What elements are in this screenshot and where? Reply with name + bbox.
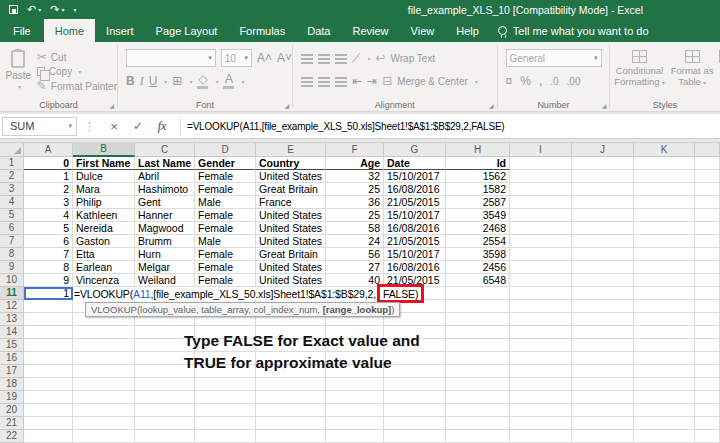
row-header-12[interactable]: 12 bbox=[0, 300, 24, 313]
grid-cell[interactable] bbox=[695, 430, 720, 443]
top-align-button[interactable] bbox=[301, 53, 313, 63]
grid-cell[interactable] bbox=[24, 300, 73, 313]
grid-cell[interactable] bbox=[572, 287, 634, 300]
grid-cell[interactable] bbox=[135, 430, 195, 443]
grid-cell[interactable] bbox=[195, 378, 256, 391]
grid-cell[interactable] bbox=[695, 339, 720, 352]
grid-cell[interactable] bbox=[73, 417, 135, 430]
grid-cell[interactable] bbox=[73, 378, 135, 391]
row-header-2[interactable]: 2 bbox=[0, 170, 24, 183]
grid-cell[interactable] bbox=[695, 365, 720, 378]
grid-cell[interactable] bbox=[510, 326, 572, 339]
grid-cell[interactable] bbox=[195, 417, 256, 430]
cancel-button[interactable]: × bbox=[102, 119, 126, 134]
grid-cell[interactable]: Country bbox=[256, 157, 326, 170]
grid-cell[interactable] bbox=[24, 391, 73, 404]
column-header-J[interactable]: J bbox=[572, 143, 634, 157]
row-header-22[interactable]: 22 bbox=[0, 430, 24, 443]
grid-cell[interactable]: Last Name bbox=[135, 157, 195, 170]
grid-cell[interactable]: 3549 bbox=[446, 209, 510, 222]
grid-cell[interactable] bbox=[572, 404, 634, 417]
increase-indent-button[interactable]: ⇥ bbox=[367, 74, 377, 88]
grid-cell[interactable]: Weiland bbox=[135, 274, 195, 287]
select-all-corner[interactable] bbox=[0, 143, 24, 157]
grid-cell[interactable] bbox=[510, 287, 572, 300]
grid-cell[interactable] bbox=[446, 300, 510, 313]
grid-cell[interactable] bbox=[634, 235, 695, 248]
orientation-button[interactable]: ⟋ bbox=[352, 51, 360, 65]
row-header-14[interactable]: 14 bbox=[0, 326, 24, 339]
increase-decimal-button[interactable]: .0 bbox=[550, 76, 558, 87]
grid-cell[interactable]: 9 bbox=[24, 274, 73, 287]
grid-cell[interactable] bbox=[24, 378, 73, 391]
font-size-select[interactable]: 10▾ bbox=[221, 49, 252, 67]
grid-cell[interactable]: Female bbox=[195, 274, 256, 287]
grid-cell[interactable] bbox=[634, 274, 695, 287]
tab-file[interactable]: File bbox=[0, 19, 44, 42]
grid-cell[interactable] bbox=[572, 157, 634, 170]
grid-cell[interactable]: Nereida bbox=[73, 222, 135, 235]
grid-cell[interactable] bbox=[510, 261, 572, 274]
name-box[interactable]: SUM ▾ bbox=[2, 117, 77, 136]
grid-cell[interactable] bbox=[695, 222, 720, 235]
grid-cell[interactable] bbox=[326, 417, 384, 430]
grid-cell[interactable]: 2554 bbox=[446, 235, 510, 248]
row-header-3[interactable]: 3 bbox=[0, 183, 24, 196]
grid-cell[interactable] bbox=[572, 430, 634, 443]
grid-cell[interactable] bbox=[510, 300, 572, 313]
grid-cell[interactable]: Hashimoto bbox=[135, 183, 195, 196]
undo-button[interactable]: ↶▾ bbox=[27, 4, 41, 15]
redo-button[interactable]: ↷▾ bbox=[50, 4, 64, 15]
grid-cell[interactable] bbox=[446, 391, 510, 404]
grid-cell[interactable] bbox=[73, 391, 135, 404]
grid-cell[interactable]: 15/10/2017 bbox=[384, 248, 446, 261]
grid-cell[interactable]: 2468 bbox=[446, 222, 510, 235]
grid-cell[interactable]: Magwood bbox=[135, 222, 195, 235]
grid-cell[interactable] bbox=[572, 417, 634, 430]
grid-cell[interactable] bbox=[24, 313, 73, 326]
copy-button[interactable]: Copy▾ bbox=[37, 66, 117, 77]
row-header-10[interactable]: 10 bbox=[0, 274, 24, 287]
grid-cell[interactable] bbox=[24, 339, 73, 352]
grid-cell[interactable]: United States bbox=[256, 261, 326, 274]
row-header-6[interactable]: 6 bbox=[0, 222, 24, 235]
grid-cell[interactable] bbox=[256, 430, 326, 443]
grid-cell[interactable] bbox=[510, 170, 572, 183]
grid-cell[interactable]: Dulce bbox=[73, 170, 135, 183]
row-header-1[interactable]: 1 bbox=[0, 157, 24, 170]
column-header-D[interactable]: D bbox=[195, 143, 256, 157]
grid-cell[interactable] bbox=[510, 313, 572, 326]
grid-cell[interactable]: Female bbox=[195, 183, 256, 196]
column-header-C[interactable]: C bbox=[135, 143, 195, 157]
grid-cell[interactable] bbox=[572, 274, 634, 287]
grid-cell[interactable]: Etta bbox=[73, 248, 135, 261]
grid-cell[interactable] bbox=[384, 417, 446, 430]
grid-cell[interactable]: Melgar bbox=[135, 261, 195, 274]
grid-cell[interactable] bbox=[572, 209, 634, 222]
grid-cell[interactable] bbox=[572, 313, 634, 326]
grid-cell[interactable] bbox=[73, 326, 135, 339]
grid-cell[interactable]: Age bbox=[326, 157, 384, 170]
grid-cell[interactable] bbox=[73, 339, 135, 352]
grid-cell[interactable] bbox=[24, 352, 73, 365]
grid-cell[interactable]: 1582 bbox=[446, 183, 510, 196]
grid-cell[interactable]: 32 bbox=[326, 170, 384, 183]
grid-cell[interactable] bbox=[695, 313, 720, 326]
grid-cell[interactable] bbox=[695, 235, 720, 248]
grid-cell[interactable]: 36 bbox=[326, 196, 384, 209]
grid-cell[interactable] bbox=[24, 430, 73, 443]
row-header-15[interactable]: 15 bbox=[0, 339, 24, 352]
number-dialog-launcher-icon[interactable]: ◢ bbox=[602, 102, 607, 109]
grid-cell[interactable] bbox=[446, 287, 510, 300]
tab-view[interactable]: View bbox=[400, 19, 446, 42]
grid-cell[interactable]: 7 bbox=[24, 248, 73, 261]
font-dialog-launcher-icon[interactable]: ◢ bbox=[284, 102, 289, 109]
grid-cell[interactable]: Female bbox=[195, 248, 256, 261]
grid-cell[interactable] bbox=[384, 430, 446, 443]
clipboard-dialog-launcher-icon[interactable]: ◢ bbox=[109, 102, 114, 109]
grid-cell[interactable] bbox=[695, 404, 720, 417]
row-header-19[interactable]: 19 bbox=[0, 391, 24, 404]
grid-cell[interactable]: 24 bbox=[326, 235, 384, 248]
grid-cell[interactable] bbox=[695, 378, 720, 391]
grid-cell[interactable]: 4 bbox=[24, 209, 73, 222]
